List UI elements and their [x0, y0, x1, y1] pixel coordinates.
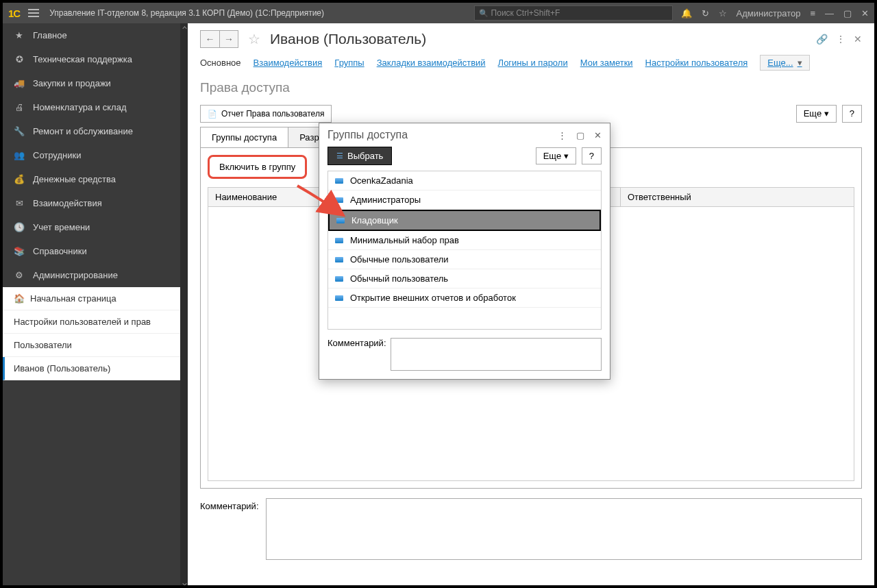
app-logo: 1C: [8, 8, 20, 19]
nav-back-button[interactable]: ←: [200, 30, 219, 48]
minimize-icon[interactable]: —: [825, 8, 834, 19]
popup-list-item[interactable]: Кладовщик: [328, 210, 601, 231]
page-title: Иванов (Пользователь): [270, 31, 811, 47]
group-icon: [336, 218, 345, 223]
sidebar-item[interactable]: 🚚Закупки и продажи: [3, 71, 188, 95]
page-tabs: ОсновноеВзаимодействияГруппыЗакладки вза…: [200, 55, 862, 71]
comment-label: Комментарий:: [200, 498, 259, 560]
sidebar: ★Главное✪Техническая поддержка🚚Закупки и…: [3, 23, 188, 585]
sidebar-item[interactable]: 🔧Ремонт и обслуживание: [3, 119, 188, 143]
menu-icon[interactable]: ≡: [810, 8, 815, 19]
sidebar-icon: ⚙: [14, 270, 25, 280]
titlebar: 1C Управление IT-отделом 8, редакция 3.1…: [3, 3, 874, 23]
sidebar-label: Учет времени: [33, 222, 90, 232]
page-tab-link[interactable]: Логины и пароли: [498, 58, 568, 68]
sidebar-icon: 💰: [14, 174, 25, 184]
hamburger-icon[interactable]: [28, 9, 39, 17]
page-tab-link[interactable]: Мои заметки: [580, 58, 633, 68]
sidebar-item[interactable]: ✉Взаимодействия: [3, 191, 188, 215]
tabs-more-dropdown[interactable]: Еще...▾: [760, 55, 809, 71]
popup-list-item[interactable]: Открытие внешних отчетов и обработок: [328, 289, 601, 308]
favorite-icon[interactable]: ☆: [248, 31, 260, 47]
sidebar-label: Справочники: [33, 246, 87, 256]
nav-forward-button[interactable]: →: [219, 30, 238, 48]
section-title: Права доступа: [200, 80, 862, 95]
include-in-group-button[interactable]: Включить в группу: [208, 155, 307, 179]
user-label[interactable]: Администратор: [737, 8, 801, 19]
sidebar-label: Техническая поддержка: [33, 54, 132, 64]
link-icon[interactable]: 🔗: [816, 34, 828, 45]
bell-icon[interactable]: 🔔: [681, 8, 692, 19]
group-icon: [335, 238, 343, 243]
sidebar-icon: 🕓: [14, 222, 25, 232]
sidebar-item[interactable]: ✪Техническая поддержка: [3, 47, 188, 71]
close-icon[interactable]: ✕: [861, 8, 869, 19]
sidebar-item[interactable]: 📚Справочники: [3, 239, 188, 263]
sidebar-item[interactable]: 🕓Учет времени: [3, 215, 188, 239]
sidebar-label: Администрирование: [33, 270, 118, 280]
popup-list-item[interactable]: OcenkaZadania: [328, 171, 601, 191]
group-icon: [335, 197, 343, 203]
group-icon: [335, 295, 343, 301]
page-tab-link[interactable]: Основное: [200, 58, 241, 68]
page-tab-link[interactable]: Взаимодействия: [254, 58, 323, 68]
popup-list-item[interactable]: Обычный пользователь: [328, 269, 601, 289]
home-icon: 🏠: [14, 293, 25, 304]
sidebar-item[interactable]: 💰Денежные средства: [3, 167, 188, 191]
sidebar-icon: 👥: [14, 150, 25, 160]
more-button[interactable]: Еще ▾: [796, 105, 837, 123]
sidebar-sub-item[interactable]: Иванов (Пользователь): [3, 357, 188, 380]
comment-textarea[interactable]: [266, 498, 863, 560]
popup-help-button[interactable]: ?: [582, 147, 602, 164]
popup-comment-textarea[interactable]: [391, 338, 602, 371]
popup-title: Группы доступа: [328, 129, 408, 141]
sidebar-icon: 🔧: [14, 126, 25, 136]
popup-comment-label: Комментарий:: [328, 338, 386, 348]
sidebar-icon: ✪: [14, 54, 25, 64]
sidebar-sub-item[interactable]: Настройки пользователей и прав: [3, 310, 188, 334]
popup-maximize-icon[interactable]: ▢: [576, 130, 584, 140]
popup-more-button[interactable]: Еще ▾: [536, 147, 576, 164]
group-icon: [335, 178, 343, 184]
help-button[interactable]: ?: [842, 105, 862, 123]
sidebar-item[interactable]: 👥Сотрудники: [3, 143, 188, 167]
select-button[interactable]: Выбрать: [328, 147, 392, 165]
sidebar-label: Сотрудники: [33, 150, 81, 160]
sidebar-icon: 🖨: [14, 102, 25, 112]
sidebar-label: Ремонт и обслуживание: [33, 126, 133, 136]
history-icon[interactable]: ↻: [702, 8, 709, 19]
popup-kebab-icon[interactable]: ⋮: [558, 130, 567, 140]
popup-list-item[interactable]: Обычные пользователи: [328, 250, 601, 269]
group-icon: [335, 257, 343, 262]
col-responsible[interactable]: Ответственный: [621, 188, 854, 206]
sidebar-item[interactable]: ★Главное: [3, 23, 188, 47]
kebab-icon[interactable]: ⋮: [836, 34, 845, 45]
report-button[interactable]: Отчет Права пользователя: [200, 105, 332, 123]
popup-list-item[interactable]: Минимальный набор прав: [328, 231, 601, 250]
star-icon[interactable]: ☆: [719, 8, 727, 19]
close-page-icon[interactable]: ✕: [854, 34, 862, 45]
sidebar-item[interactable]: ⚙Администрирование: [3, 263, 188, 287]
window-title: Управление IT-отделом 8, редакция 3.1 КО…: [49, 8, 473, 18]
page-tab-link[interactable]: Настройки пользователя: [645, 58, 748, 68]
page-tab-link[interactable]: Закладки взаимодействий: [377, 58, 486, 68]
sidebar-icon: 🚚: [14, 78, 25, 88]
sidebar-label: Закупки и продажи: [33, 78, 111, 88]
maximize-icon[interactable]: ▢: [843, 8, 852, 19]
sidebar-icon: 📚: [14, 246, 25, 256]
popup-close-icon[interactable]: ✕: [594, 130, 602, 140]
sidebar-sub-item[interactable]: Пользователи: [3, 334, 188, 357]
sidebar-scrollbar[interactable]: [180, 23, 188, 588]
popup-list: OcenkaZadaniaАдминистраторыКладовщикМини…: [328, 171, 602, 330]
sidebar-sub-item[interactable]: 🏠Начальная страница: [3, 287, 188, 310]
sidebar-item[interactable]: 🖨Номенклатура и склад: [3, 95, 188, 119]
sidebar-label: Номенклатура и склад: [33, 102, 126, 112]
page-tab-link[interactable]: Группы: [334, 58, 364, 68]
popup-list-item[interactable]: Администраторы: [328, 191, 601, 210]
sidebar-label: Денежные средства: [33, 174, 116, 184]
tab-access-groups[interactable]: Группы доступа: [200, 127, 288, 147]
global-search-input[interactable]: Поиск Ctrl+Shift+F: [474, 5, 673, 21]
access-groups-popup: Группы доступа ⋮ ▢ ✕ Выбрать Еще ▾ ? Oce…: [319, 123, 610, 380]
group-icon: [335, 276, 343, 282]
sidebar-icon: ★: [14, 30, 25, 40]
